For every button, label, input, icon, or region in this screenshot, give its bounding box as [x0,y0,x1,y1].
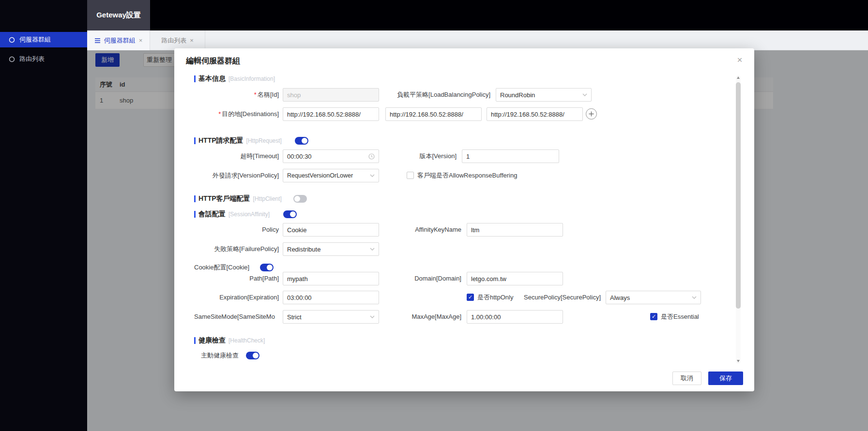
tab-label: 路由列表 [161,36,186,45]
max-age-label: MaxAge[MaxAge] [365,310,461,324]
allow-response-buffering-checkbox[interactable] [407,172,414,179]
timeout-input[interactable]: 00:00:30 [283,149,379,163]
destinations-label: *目的地[Destinations] [184,107,279,121]
expiration-label: Expiration[Expiration] [184,291,279,304]
required-mark: * [218,110,221,118]
unordered-list-icon [94,38,101,44]
required-mark: * [254,91,257,98]
version-input[interactable] [462,149,559,163]
http-request-toggle[interactable] [295,137,308,145]
active-health-check-label: 主動健康檢查 [201,349,239,362]
essential-checkbox[interactable] [650,313,657,320]
essential-label: 是否Essential [661,310,699,324]
sidebar-item-route-list[interactable]: 路由列表 [0,51,87,67]
domain-label: Domain[Domain] [365,272,461,285]
timeout-label: 超時[Timeout] [184,149,279,163]
chevron-down-icon [582,93,587,96]
chevron-down-icon [370,248,375,251]
http-only-checkbox[interactable] [467,294,474,301]
close-icon[interactable]: × [139,37,143,44]
destination-input-3[interactable] [487,107,583,121]
close-icon[interactable]: × [190,37,194,44]
section-session-affinity: 會話配置 [SessionAffinity] [194,210,270,219]
session-affinity-toggle[interactable] [283,210,297,218]
sidebar-item-label: 伺服器群組 [19,35,51,44]
sidebar: 伺服器群組 路由列表 [0,0,87,431]
policy-label: Policy [184,223,279,237]
circle-icon [9,37,15,43]
http-client-toggle[interactable] [293,195,307,203]
sidebar-item-label: 路由列表 [19,55,45,63]
close-icon[interactable]: × [734,54,746,66]
load-balancing-label: 負載平策略[LoadBalancingPolicy] [387,88,490,102]
section-bar [194,137,196,144]
failure-policy-select[interactable]: Redistribute [283,242,379,256]
section-http-client: HTTP客戶端配置 [HttpClient] [194,194,282,203]
circle-icon [9,56,15,62]
version-label: 版本[Version] [366,149,457,163]
tab-bar: 伺服器群組 × 路由列表 × [87,30,868,50]
destination-input-1[interactable] [283,107,379,121]
max-age-input[interactable] [467,310,563,324]
section-health-check: 健康檢查 [HealthCheck] [194,336,265,345]
version-policy-label: 外發請求[VersionPolicy] [184,169,279,182]
secure-policy-label: SecurePolicy[SecurePolicy] [504,291,601,304]
expiration-input[interactable] [283,291,379,304]
active-health-check-toggle[interactable] [246,352,259,359]
secure-policy-select[interactable]: Always [606,291,701,304]
app-tab-gateway-settings[interactable]: Geteway設置 [87,0,150,30]
section-bar [194,195,196,202]
version-policy-select[interactable]: RequestVersionOrLower [283,169,379,182]
name-input[interactable] [283,88,379,102]
section-bar [194,337,196,344]
tab-label: 伺服器群組 [104,36,136,45]
affinity-key-name-label: AffinityKeyName [365,223,461,237]
domain-input[interactable] [467,272,563,285]
cancel-button[interactable]: 取消 [672,372,701,385]
app-header: Geteway設置 [87,0,868,30]
modal-scrollbar-thumb[interactable] [736,82,741,309]
same-site-mode-label: SameSiteMode[SameSiteMo [194,310,282,324]
chevron-down-icon [370,174,375,177]
destination-input-2[interactable] [385,107,482,121]
chevron-down-icon [692,296,697,299]
path-label: Path[Path] [184,272,279,285]
cookie-toggle[interactable] [260,264,274,271]
plus-icon [589,111,594,117]
name-label: *名稱[Id] [184,88,279,102]
scroll-down-icon[interactable] [737,360,740,362]
failure-policy-label: 失敗策略[FailurePolicy] [184,242,279,256]
scroll-up-icon[interactable] [737,76,740,79]
tab-route-list[interactable]: 路由列表 × [150,30,205,50]
save-button[interactable]: 保存 [708,372,743,385]
screen: Geteway設置 伺服器群組 路由列表 伺服器群組 × 路由列表 × [0,0,868,431]
edit-server-group-modal: 編輯伺服器群組 × 基本信息 [BasicInformation] *名稱[Id… [174,48,754,391]
section-http-request: HTTP請求配置 [HttpRequest] [194,136,282,145]
section-bar [194,75,196,82]
section-basic-information: 基本信息 [BasicInformation] [194,74,275,83]
affinity-key-name-input[interactable] [467,223,563,237]
allow-response-buffering-label: 客戶端是否AllowResponseBuffering [417,169,517,182]
sidebar-item-server-groups[interactable]: 伺服器群組 [0,32,87,47]
add-destination-button[interactable] [586,108,597,119]
modal-title: 編輯伺服器群組 [186,56,240,66]
load-balancing-select[interactable]: RoundRobin [496,88,592,102]
section-bar [194,211,196,218]
tab-server-groups[interactable]: 伺服器群組 × [87,30,150,50]
